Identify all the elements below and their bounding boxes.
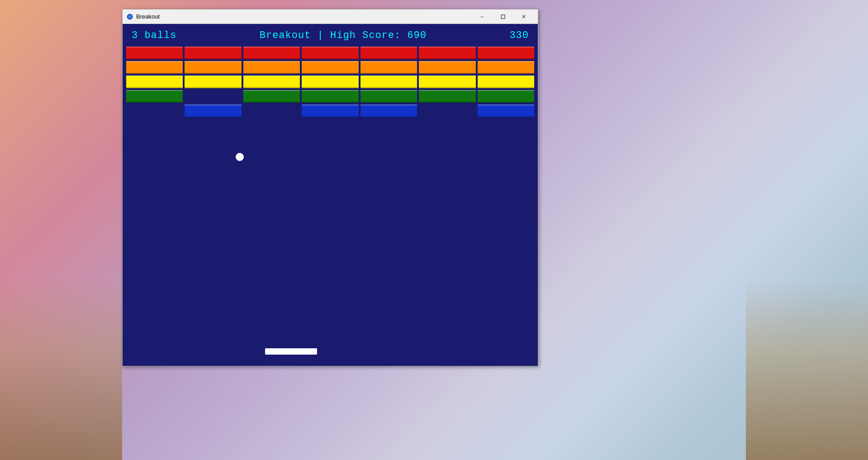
brick-1-1 [185,61,241,74]
hud-bar: 3 balls Breakout | High Score: 690 330 [123,24,538,47]
brick-1-4 [360,61,417,74]
brick-0-2 [243,47,300,59]
brick-2-4 [360,76,417,88]
ball [236,153,244,161]
brick-3-4 [360,90,417,103]
brick-row-4 [126,104,534,117]
brick-3-2 [243,90,300,103]
brick-1-3 [302,61,358,74]
brick-row-1 [126,61,534,74]
brick-0-3 [302,47,358,59]
window-controls: – ✕ [472,9,534,24]
brick-3-3 [302,90,358,103]
brick-row-3 [126,90,534,103]
minimize-button[interactable]: – [472,9,493,24]
brick-2-3 [302,76,358,88]
brick-0-4 [360,47,417,59]
brick-2-2 [243,76,300,88]
brick-3-5 [419,90,475,103]
pier-left-decoration [0,279,122,460]
brick-0-5 [419,47,475,59]
brick-1-6 [478,61,534,74]
app-icon [126,13,133,20]
brick-0-6 [478,47,534,59]
brick-2-0 [126,76,183,88]
brick-3-0 [126,90,183,103]
current-score: 330 [509,30,529,41]
bricks-container [123,47,538,119]
brick-4-6 [478,104,534,117]
maximize-icon [501,14,505,19]
window-title: Breakout [136,13,472,20]
balls-display: 3 balls [132,30,176,41]
paddle [265,348,317,355]
svg-point-1 [128,15,131,18]
brick-2-6 [478,76,534,88]
brick-1-0 [126,61,183,74]
brick-4-1 [185,104,241,117]
maximize-button[interactable] [493,9,513,24]
brick-3-6 [478,90,534,103]
game-title-score: Breakout | High Score: 690 [176,30,509,41]
brick-row-0 [126,47,534,59]
close-button[interactable]: ✕ [513,9,534,24]
title-bar: Breakout – ✕ [123,9,538,24]
game-window: Breakout – ✕ 3 balls Breakout | High Sco… [122,9,538,366]
brick-1-5 [419,61,475,74]
brick-0-1 [185,47,241,59]
brick-2-5 [419,76,475,88]
brick-0-0 [126,47,183,59]
game-canvas[interactable]: 3 balls Breakout | High Score: 690 330 [123,24,538,366]
brick-4-4 [360,104,417,117]
brick-2-1 [185,76,241,88]
pier-right-decoration [746,279,868,460]
brick-1-2 [243,61,300,74]
brick-row-2 [126,76,534,88]
svg-rect-2 [501,15,505,19]
brick-4-3 [302,104,358,117]
